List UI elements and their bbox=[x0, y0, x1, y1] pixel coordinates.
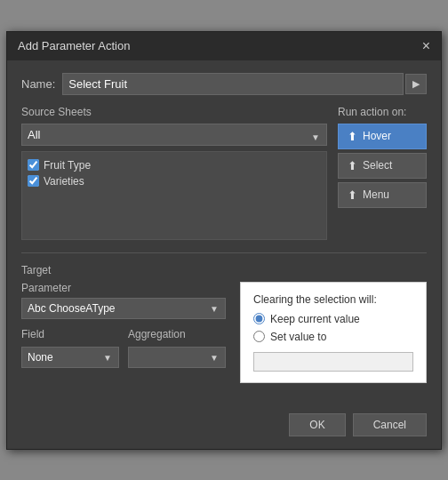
sheet-label-varieties: Varieties bbox=[44, 175, 84, 188]
field-agg-row: Field None Aggregation bbox=[21, 328, 226, 368]
cancel-button[interactable]: Cancel bbox=[353, 413, 427, 436]
dialog-body: Name: ▶ Source Sheets All Fruit Type bbox=[7, 60, 441, 404]
field-dropdown-wrapper: None bbox=[21, 347, 119, 368]
radio-keep-label: Keep current value bbox=[270, 313, 360, 325]
run-action-select-button[interactable]: ⬆ Select bbox=[338, 153, 427, 179]
radio-set-label: Set value to bbox=[270, 331, 326, 343]
close-button[interactable]: × bbox=[422, 39, 430, 53]
radio-keep-row: Keep current value bbox=[253, 313, 413, 325]
dialog-footer: OK Cancel bbox=[7, 404, 441, 449]
clearing-title: Clearing the selection will: bbox=[253, 293, 413, 306]
run-action-hover-button[interactable]: ⬆ Hover bbox=[338, 124, 427, 149]
add-parameter-action-dialog: Add Parameter Action × Name: ▶ Source Sh… bbox=[6, 31, 442, 450]
menu-icon: ⬆ bbox=[348, 188, 357, 202]
sheets-list: Fruit Type Varieties bbox=[21, 151, 327, 240]
source-sheets-section: Source Sheets All Fruit Type Varieties bbox=[21, 106, 427, 240]
menu-label: Menu bbox=[363, 188, 389, 201]
source-sheets-left: Source Sheets All Fruit Type Varieties bbox=[21, 106, 327, 240]
agg-col: Aggregation bbox=[128, 328, 226, 368]
source-sheets-dropdown[interactable]: All bbox=[21, 124, 327, 146]
hover-label: Hover bbox=[363, 130, 391, 142]
aggregation-label: Aggregation bbox=[128, 328, 226, 340]
source-sheets-label: Source Sheets bbox=[21, 106, 327, 118]
ok-button[interactable]: OK bbox=[289, 413, 345, 436]
agg-dropdown-wrapper bbox=[128, 347, 226, 368]
target-section: Target Parameter Abc ChooseAType Field bbox=[21, 264, 427, 383]
parameter-label: Parameter bbox=[21, 282, 226, 294]
source-sheets-dropdown-wrapper: All bbox=[21, 124, 327, 151]
field-col: Field None bbox=[21, 328, 119, 368]
parameter-dropdown-wrapper: Abc ChooseAType bbox=[21, 298, 226, 319]
radio-set[interactable] bbox=[253, 331, 265, 342]
title-bar: Add Parameter Action × bbox=[7, 32, 441, 60]
hover-icon: ⬆ bbox=[348, 130, 357, 143]
run-action-section: Run action on: ⬆ Hover ⬆ Select ⬆ Menu bbox=[338, 106, 427, 240]
sheet-label-fruit-type: Fruit Type bbox=[44, 159, 91, 172]
name-input[interactable] bbox=[62, 73, 404, 95]
parameter-dropdown[interactable]: Abc ChooseAType bbox=[21, 298, 226, 319]
target-row: Parameter Abc ChooseAType Field None bbox=[21, 282, 427, 383]
name-row: Name: ▶ bbox=[21, 73, 427, 95]
sheet-checkbox-varieties[interactable] bbox=[28, 175, 39, 187]
select-icon: ⬆ bbox=[348, 159, 357, 172]
target-left: Parameter Abc ChooseAType Field None bbox=[21, 282, 226, 368]
run-action-menu-button[interactable]: ⬆ Menu bbox=[338, 182, 427, 208]
radio-keep[interactable] bbox=[253, 313, 265, 324]
set-value-input[interactable] bbox=[253, 352, 413, 372]
section-divider bbox=[21, 252, 427, 253]
field-dropdown[interactable]: None bbox=[21, 347, 119, 368]
aggregation-dropdown[interactable] bbox=[128, 347, 226, 368]
dialog-title: Add Parameter Action bbox=[18, 39, 130, 52]
select-label: Select bbox=[363, 159, 392, 172]
name-arrow-button[interactable]: ▶ bbox=[405, 74, 427, 94]
sheet-item-fruit-type: Fruit Type bbox=[28, 157, 321, 173]
target-label: Target bbox=[21, 264, 427, 276]
sheet-checkbox-fruit-type[interactable] bbox=[28, 159, 39, 171]
name-label: Name: bbox=[21, 77, 55, 91]
sheet-item-varieties: Varieties bbox=[28, 173, 321, 189]
field-label: Field bbox=[21, 328, 119, 340]
radio-set-row: Set value to bbox=[253, 331, 413, 343]
clearing-panel: Clearing the selection will: Keep curren… bbox=[240, 282, 427, 383]
run-action-label: Run action on: bbox=[338, 106, 427, 118]
